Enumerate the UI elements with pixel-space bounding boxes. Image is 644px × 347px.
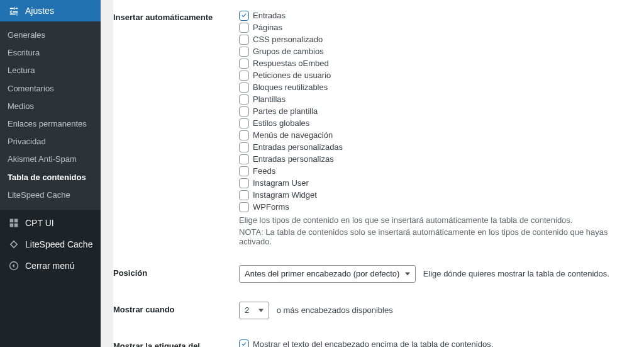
- menu-ajustes[interactable]: Ajustes: [0, 0, 101, 21]
- auto-insert-item[interactable]: Plantillas: [239, 93, 631, 105]
- auto-insert-label: Partes de plantilla: [253, 105, 318, 117]
- mostrar-etiqueta-checkbox[interactable]: [239, 339, 249, 347]
- collapse-icon: [8, 259, 20, 272]
- auto-insert-label: Respuestas oEmbed: [253, 57, 329, 69]
- auto-insert-label: Instagram User: [253, 177, 309, 189]
- auto-insert-label: Páginas: [253, 21, 282, 33]
- row-label-mostrar-cuando: Mostrar cuando: [113, 292, 239, 329]
- sub-generales[interactable]: Generales: [0, 26, 101, 44]
- mostrar-cuando-select[interactable]: 2: [239, 302, 269, 319]
- auto-insert-label: Entradas: [253, 9, 286, 21]
- auto-insert-item[interactable]: Páginas: [239, 21, 631, 33]
- auto-insert-checkbox[interactable]: [239, 47, 249, 57]
- row-label-mostrar-etiqueta: Mostrar la etiqueta del encabezado: [113, 329, 239, 347]
- auto-insert-item[interactable]: WPForms: [239, 201, 631, 213]
- auto-insert-label: Peticiones de usuario: [253, 69, 331, 81]
- settings-submenu: Generales Escritura Lectura Comentarios …: [0, 21, 101, 209]
- auto-insert-item[interactable]: Respuestas oEmbed: [239, 57, 631, 69]
- mostrar-etiqueta-text: Mostrar el texto del encabezado encima d…: [253, 338, 493, 347]
- auto-insert-item[interactable]: Entradas personalizadas: [239, 141, 631, 153]
- menu-litespeed[interactable]: LiteSpeed Cache: [0, 234, 101, 255]
- auto-insert-note: NOTA: La tabla de contenidos solo se ins…: [239, 227, 631, 246]
- auto-insert-checkbox[interactable]: [239, 190, 249, 200]
- sub-privacidad[interactable]: Privacidad: [0, 133, 101, 151]
- auto-insert-item[interactable]: Menús de navegación: [239, 129, 631, 141]
- menu-label: LiteSpeed Cache: [25, 239, 92, 249]
- row-label-auto-insert: Insertar automáticamente: [113, 0, 239, 256]
- auto-insert-label: CSS personalizado: [253, 33, 323, 45]
- posicion-select[interactable]: Antes del primer encabezado (por defecto…: [239, 265, 416, 283]
- diamond-icon: [8, 238, 20, 251]
- sub-litespeed[interactable]: LiteSpeed Cache: [0, 186, 101, 204]
- sub-akismet[interactable]: Akismet Anti-Spam: [0, 151, 101, 168]
- auto-insert-desc: Elige los tipos de contenido en los que …: [239, 215, 631, 225]
- auto-insert-label: Plantillas: [253, 93, 286, 105]
- auto-insert-label: Entradas personalizas: [253, 153, 334, 165]
- auto-insert-item[interactable]: Estilos globales: [239, 117, 631, 129]
- auto-insert-checkbox[interactable]: [239, 154, 249, 164]
- auto-insert-label: Bloques reutilizables: [253, 81, 328, 93]
- auto-insert-checkbox[interactable]: [239, 11, 249, 21]
- auto-insert-item[interactable]: Peticiones de usuario: [239, 69, 631, 81]
- auto-insert-list: EntradasPáginasCSS personalizadoGrupos d…: [239, 9, 631, 213]
- menu-cptui[interactable]: CPT UI: [0, 212, 101, 234]
- auto-insert-item[interactable]: Entradas personalizas: [239, 153, 631, 165]
- auto-insert-checkbox[interactable]: [239, 106, 249, 117]
- auto-insert-label: Instagram Widget: [253, 189, 317, 201]
- auto-insert-checkbox[interactable]: [239, 130, 249, 140]
- auto-insert-checkbox[interactable]: [239, 202, 249, 212]
- sub-lectura[interactable]: Lectura: [0, 62, 101, 79]
- mostrar-cuando-desc: o más encabezados disponibles: [277, 305, 393, 315]
- auto-insert-item[interactable]: Instagram Widget: [239, 189, 631, 201]
- menu-label: CPT UI: [25, 218, 54, 228]
- grid-icon: [8, 217, 20, 229]
- auto-insert-checkbox[interactable]: [239, 118, 249, 128]
- auto-insert-item[interactable]: Entradas: [239, 9, 631, 21]
- auto-insert-checkbox[interactable]: [239, 59, 249, 69]
- auto-insert-checkbox[interactable]: [239, 142, 249, 152]
- sub-escritura[interactable]: Escritura: [0, 44, 101, 62]
- auto-insert-label: Feeds: [253, 165, 275, 177]
- auto-insert-checkbox[interactable]: [239, 71, 249, 81]
- auto-insert-checkbox[interactable]: [239, 35, 249, 45]
- auto-insert-checkbox[interactable]: [239, 23, 249, 33]
- auto-insert-item[interactable]: Instagram User: [239, 177, 631, 189]
- auto-insert-item[interactable]: Grupos de cambios: [239, 45, 631, 57]
- sub-tabla-contenidos[interactable]: Tabla de contenidos: [0, 169, 101, 186]
- auto-insert-label: WPForms: [253, 201, 289, 213]
- sub-comentarios[interactable]: Comentarios: [0, 80, 101, 98]
- menu-label: Ajustes: [25, 6, 54, 16]
- posicion-desc: Elige dónde quieres mostrar la tabla de …: [423, 269, 609, 278]
- auto-insert-label: Menús de navegación: [253, 129, 333, 141]
- auto-insert-label: Entradas personalizadas: [253, 141, 343, 153]
- menu-collapse[interactable]: Cerrar menú: [0, 255, 101, 276]
- row-label-posicion: Posición: [113, 256, 239, 292]
- admin-sidebar: Ajustes Generales Escritura Lectura Come…: [0, 0, 101, 347]
- auto-insert-label: Estilos globales: [253, 117, 309, 129]
- auto-insert-checkbox[interactable]: [239, 166, 249, 176]
- sub-medios[interactable]: Medios: [0, 98, 101, 115]
- menu-label: Cerrar menú: [25, 261, 75, 271]
- auto-insert-item[interactable]: CSS personalizado: [239, 33, 631, 45]
- auto-insert-item[interactable]: Partes de plantilla: [239, 105, 631, 117]
- sliders-icon: [8, 4, 20, 17]
- auto-insert-label: Grupos de cambios: [253, 45, 324, 57]
- auto-insert-checkbox[interactable]: [239, 82, 249, 93]
- auto-insert-checkbox[interactable]: [239, 94, 249, 105]
- sub-enlaces[interactable]: Enlaces permanentes: [0, 115, 101, 133]
- settings-panel: Insertar automáticamente EntradasPáginas…: [113, 0, 644, 347]
- mostrar-etiqueta-option[interactable]: Mostrar el texto del encabezado encima d…: [239, 338, 631, 347]
- auto-insert-item[interactable]: Feeds: [239, 165, 631, 177]
- auto-insert-item[interactable]: Bloques reutilizables: [239, 81, 631, 93]
- auto-insert-checkbox[interactable]: [239, 178, 249, 188]
